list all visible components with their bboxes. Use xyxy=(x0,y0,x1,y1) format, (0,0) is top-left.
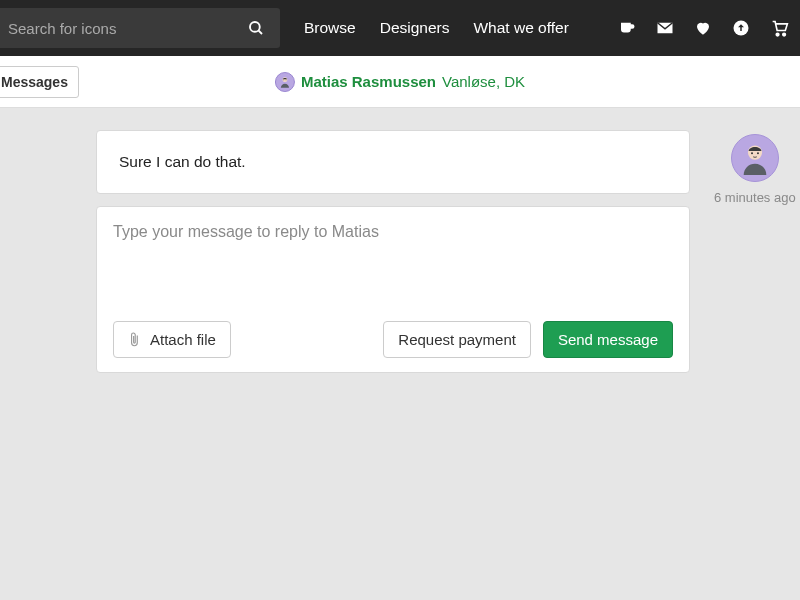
cup-icon[interactable] xyxy=(618,19,636,37)
tab-messages[interactable]: Messages xyxy=(0,66,79,98)
svg-point-6 xyxy=(283,79,284,80)
profile-header[interactable]: Matias Rasmussen Vanløse, DK xyxy=(275,72,525,92)
reply-box: Attach file Request payment Send message xyxy=(96,206,690,373)
message-meta: 6 minutes ago xyxy=(714,134,796,205)
profile-name: Matias Rasmussen xyxy=(301,73,436,90)
search-box xyxy=(0,8,280,48)
avatar-large[interactable] xyxy=(731,134,779,182)
tab-messages-label: Messages xyxy=(1,74,68,90)
reply-input[interactable] xyxy=(113,223,673,307)
paperclip-icon xyxy=(128,332,142,348)
search-button[interactable] xyxy=(232,8,280,48)
svg-point-0 xyxy=(250,22,260,32)
nav-browse[interactable]: Browse xyxy=(304,19,356,37)
attach-file-label: Attach file xyxy=(150,331,216,348)
mail-icon[interactable] xyxy=(656,21,674,35)
nav-offer[interactable]: What we offer xyxy=(473,19,568,37)
send-message-button[interactable]: Send message xyxy=(543,321,673,358)
message-text: Sure I can do that. xyxy=(119,153,246,170)
top-navbar: Browse Designers What we offer xyxy=(0,0,800,56)
message-timestamp: 6 minutes ago xyxy=(714,190,796,205)
svg-point-10 xyxy=(757,152,759,154)
svg-point-7 xyxy=(286,79,287,80)
svg-line-1 xyxy=(258,30,262,34)
svg-point-3 xyxy=(776,33,779,36)
send-message-label: Send message xyxy=(558,331,658,348)
message-bubble: Sure I can do that. xyxy=(96,130,690,194)
svg-point-9 xyxy=(751,152,753,154)
svg-point-4 xyxy=(783,33,786,36)
heart-icon[interactable] xyxy=(694,19,712,37)
avatar-small xyxy=(275,72,295,92)
profile-location: Vanløse, DK xyxy=(442,73,525,90)
cart-icon[interactable] xyxy=(770,19,790,37)
request-payment-button[interactable]: Request payment xyxy=(383,321,531,358)
upload-icon[interactable] xyxy=(732,19,750,37)
search-icon xyxy=(247,19,265,37)
reply-actions: Attach file Request payment Send message xyxy=(113,321,673,358)
request-payment-label: Request payment xyxy=(398,331,516,348)
message-column: Sure I can do that. Attach file Request … xyxy=(96,130,690,373)
sub-navbar: Messages Matias Rasmussen Vanløse, DK xyxy=(0,56,800,108)
top-icons xyxy=(618,19,800,37)
nav-links: Browse Designers What we offer xyxy=(304,19,569,37)
search-input[interactable] xyxy=(0,20,232,37)
nav-designers[interactable]: Designers xyxy=(380,19,450,37)
attach-file-button[interactable]: Attach file xyxy=(113,321,231,358)
content-area: Sure I can do that. Attach file Request … xyxy=(0,108,800,373)
